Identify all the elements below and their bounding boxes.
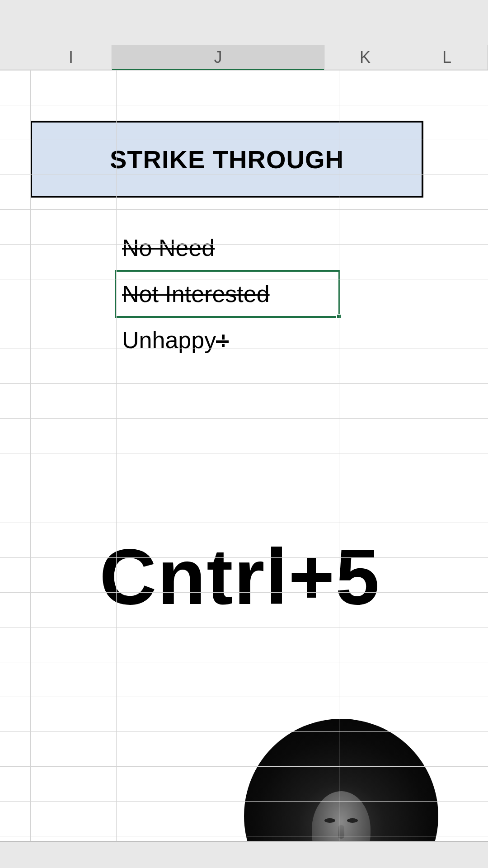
grid-col-line	[339, 70, 339, 841]
grid-row-line	[0, 105, 488, 105]
column-header-J[interactable]: J	[112, 45, 324, 70]
ribbon-area	[0, 0, 488, 45]
grid-row-line	[0, 383, 488, 384]
grid-row-line	[0, 592, 488, 593]
overlay-label: Cntrl+5	[99, 533, 380, 621]
grid-row-line	[0, 523, 488, 523]
grid-row-line	[0, 314, 488, 314]
grid-row-line	[0, 557, 488, 558]
grid-row-line	[0, 418, 488, 419]
grid-row-line	[0, 140, 488, 140]
grid-row-line	[0, 244, 488, 245]
grid-row-line	[0, 70, 488, 71]
shortcut-overlay-text: Cntrl+5	[99, 531, 380, 622]
grid-row-line	[0, 731, 488, 732]
column-header-I[interactable]: I	[30, 45, 112, 70]
grid-row-line	[0, 836, 488, 836]
grid-row-line	[0, 662, 488, 662]
grid-row-line	[0, 488, 488, 488]
data-cell-2[interactable]: Unhappy	[117, 317, 339, 363]
title-text: STRIKE THROUGH	[110, 145, 344, 174]
grid-row-line	[0, 279, 488, 279]
grid-row-line	[0, 697, 488, 697]
data-cell-0[interactable]: No Need	[117, 225, 339, 271]
grid-col-line	[425, 70, 425, 841]
status-bar	[0, 841, 488, 868]
grid-row-line	[0, 349, 488, 349]
grid-row-line	[0, 627, 488, 627]
select-all-corner[interactable]	[0, 45, 30, 70]
grid-row-line	[0, 801, 488, 802]
data-cell-1[interactable]: Not Interested	[117, 271, 339, 317]
grid-row-line	[0, 766, 488, 767]
grid-row-line	[0, 209, 488, 210]
title-merged-cell[interactable]: STRIKE THROUGH	[30, 121, 423, 198]
column-header-K[interactable]: K	[324, 45, 406, 70]
column-headers: IJKL	[30, 45, 488, 70]
spreadsheet-grid[interactable]: STRIKE THROUGH No NeedNot InterestedUnha…	[0, 70, 488, 841]
grid-col-line	[30, 70, 31, 841]
column-header-L[interactable]: L	[406, 45, 488, 70]
grid-row-line	[0, 175, 488, 175]
spreadsheet-viewport: IJKL STRIKE THROUGH No NeedNot Intereste…	[0, 0, 488, 868]
grid-col-line	[116, 70, 117, 841]
grid-row-line	[0, 453, 488, 453]
